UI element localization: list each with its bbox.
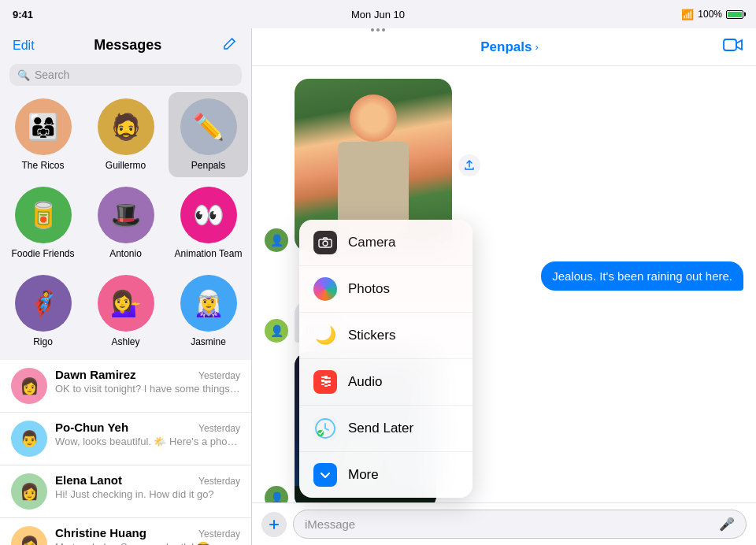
stickers-icon: 🌙 — [313, 324, 337, 347]
conv-preview: Wow, looks beautiful. 🌤️ Here's a photo … — [55, 436, 240, 447]
conversation-item[interactable]: 👩Elena LanotYesterdayHi! Just checking i… — [0, 465, 251, 518]
pinned-avatar: ✏️ — [180, 98, 237, 155]
conversation-item[interactable]: 👩Dawn RamirezYesterdayOK to visit tonigh… — [0, 360, 251, 413]
popup-item-sendlater[interactable]: Send Later — [299, 406, 472, 452]
pinned-contact-the-ricos[interactable]: 👨‍👩‍👧The Ricos — [3, 92, 83, 177]
pinned-avatar: 🎩 — [98, 187, 154, 243]
wifi-icon: 📶 — [681, 9, 694, 20]
pinned-contact-antonio[interactable]: 🎩Antonio — [86, 180, 165, 265]
conv-preview: OK to visit tonight? I have some things … — [55, 383, 240, 395]
edit-button[interactable]: Edit — [13, 39, 35, 53]
svg-rect-6 — [321, 380, 324, 382]
pinned-contacts: 👨‍👩‍👧The Ricos🧔Guillermo✏️Penpals🥫Foodie… — [0, 92, 251, 360]
popup-item-audio[interactable]: Audio — [299, 359, 472, 406]
pinned-avatar: 🦸 — [15, 275, 72, 332]
pinned-label: Jasmine — [191, 336, 226, 347]
pinned-label: Penpals — [191, 160, 225, 171]
pinned-contact-animation-team[interactable]: 👀Animation Team — [169, 180, 248, 265]
battery-icon — [726, 10, 743, 19]
popup-item-photos[interactable]: Photos — [299, 266, 472, 313]
conv-content: Dawn RamirezYesterdayOK to visit tonight… — [55, 368, 240, 395]
conv-avatar: 👩 — [11, 368, 47, 404]
pinned-avatar: 🧝‍♀️ — [180, 275, 237, 332]
compose-button[interactable] — [221, 35, 239, 56]
conv-name: Christine Huang — [55, 526, 146, 539]
conv-time: Yesterday — [198, 476, 240, 487]
conv-content: Po-Chun YehYesterdayWow, looks beautiful… — [55, 421, 240, 447]
camera-icon — [313, 231, 337, 254]
pinned-contact-penpals[interactable]: ✏️Penpals — [169, 92, 248, 177]
svg-rect-3 — [321, 376, 324, 378]
svg-rect-0 — [724, 39, 736, 50]
chat-chevron: › — [535, 41, 538, 53]
conv-time: Yesterday — [198, 423, 240, 434]
sender-avatar-3: 👤 — [265, 486, 288, 502]
conv-name: Dawn Ramirez — [55, 368, 136, 381]
pinned-label: Rigo — [33, 336, 53, 347]
pinned-avatar: 🧔 — [98, 98, 154, 155]
photos-icon — [313, 277, 337, 301]
photo-share-button[interactable] — [458, 154, 480, 176]
input-bar: iMessage 🎤 — [252, 502, 756, 545]
pinned-contact-jasmine[interactable]: 🧝‍♀️Jasmine — [169, 269, 248, 354]
pinned-contact-rigo[interactable]: 🦸Rigo — [3, 269, 83, 354]
conv-avatar: 👩 — [11, 473, 47, 510]
svg-rect-5 — [328, 377, 331, 379]
sender-avatar: 👤 — [265, 228, 288, 252]
status-time: 9:41 — [13, 9, 33, 20]
conv-content: Christine HuangYesterdayMe too, haha. Se… — [55, 526, 240, 545]
pinned-contact-guillermo[interactable]: 🧔Guillermo — [86, 92, 165, 177]
conversation-item[interactable]: 👨Po-Chun YehYesterdayWow, looks beautifu… — [0, 413, 251, 465]
pinned-contact-foodie-friends[interactable]: 🥫Foodie Friends — [3, 180, 83, 265]
chat-header: Penpals › — [252, 28, 756, 66]
conversation-item[interactable]: 👩Christine HuangYesterdayMe too, haha. S… — [0, 518, 251, 545]
status-date: Mon Jun 10 — [351, 9, 405, 20]
messages-title: Messages — [35, 37, 221, 54]
status-bar: 9:41 Mon Jun 10 📶 100% — [0, 0, 756, 28]
conv-header: Christine HuangYesterday — [55, 526, 240, 539]
sidebar: Edit Messages 🔍 Search 👨‍👩‍👧The Ricos🧔Gu… — [0, 28, 252, 545]
outgoing-message-jealous: Jealous. It's been raining out here. — [541, 261, 743, 291]
imessage-input[interactable]: iMessage 🎤 — [293, 510, 747, 539]
conv-header: Dawn RamirezYesterday — [55, 368, 240, 381]
pinned-contact-ashley[interactable]: 💁‍♀️Ashley — [86, 269, 165, 354]
video-call-button[interactable] — [723, 37, 743, 57]
battery-label: 100% — [698, 9, 722, 20]
svg-rect-8 — [328, 380, 331, 383]
popup-label-photos: Photos — [348, 281, 390, 297]
status-icons: 📶 100% — [681, 9, 743, 20]
popup-item-stickers[interactable]: 🌙Stickers — [299, 313, 472, 359]
conv-name: Elena Lanot — [55, 473, 122, 487]
conv-time: Yesterday — [198, 370, 240, 381]
chat-title: Penpals — [480, 39, 532, 55]
pinned-label: Antonio — [109, 248, 142, 259]
input-placeholder: iMessage — [305, 517, 355, 531]
popup-item-more[interactable]: More — [299, 452, 472, 498]
svg-rect-7 — [324, 380, 328, 384]
search-bar[interactable]: 🔍 Search — [9, 64, 242, 86]
popup-label-camera: Camera — [348, 235, 395, 250]
search-icon: 🔍 — [17, 69, 30, 81]
popup-label-more: More — [348, 467, 379, 483]
svg-rect-9 — [321, 384, 324, 385]
search-placeholder: Search — [35, 69, 69, 81]
popup-item-camera[interactable]: Camera — [299, 220, 472, 266]
drag-dots — [371, 28, 385, 32]
svg-rect-10 — [324, 385, 328, 387]
pinned-label: Animation Team — [175, 248, 243, 259]
chat-panel: Penpals › 👤 — [252, 28, 756, 545]
conv-preview: Hi! Just checking in. How did it go? — [55, 488, 240, 500]
pinned-avatar: 👨‍👩‍👧 — [15, 98, 72, 155]
popup-label-stickers: Stickers — [348, 328, 395, 343]
sender-avatar-2: 👤 — [265, 319, 288, 343]
conv-header: Elena LanotYesterday — [55, 473, 240, 487]
app-container: Edit Messages 🔍 Search 👨‍👩‍👧The Ricos🧔Gu… — [0, 28, 756, 545]
svg-rect-11 — [328, 384, 331, 386]
sidebar-header: Edit Messages — [0, 28, 251, 59]
popup-label-sendlater: Send Later — [348, 421, 413, 436]
pinned-avatar: 💁‍♀️ — [98, 275, 154, 332]
sendlater-icon — [313, 417, 337, 440]
chat-title-group[interactable]: Penpals › — [480, 39, 539, 55]
pinned-label: The Ricos — [21, 160, 64, 171]
plus-button[interactable] — [261, 512, 287, 537]
